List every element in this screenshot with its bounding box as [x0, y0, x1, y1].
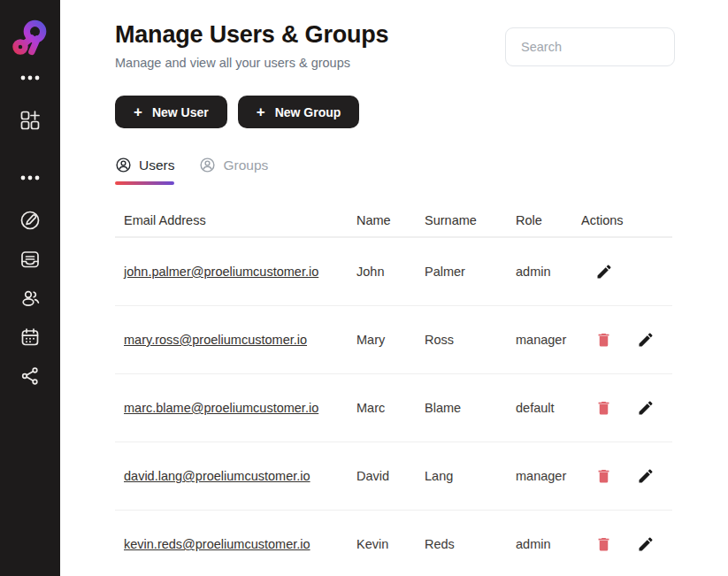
table-header: Email Address Name Surname Role Actions — [115, 204, 672, 238]
new-group-label: New Group — [275, 105, 341, 119]
brand-logo[interactable] — [11, 18, 50, 57]
tabs: Users Groups — [115, 157, 268, 185]
edit-user-button[interactable] — [637, 331, 655, 349]
search-input[interactable] — [505, 27, 675, 66]
plus-icon: + — [257, 104, 265, 119]
tab-users-label: Users — [139, 157, 174, 173]
surname-cell: Palmer — [425, 265, 516, 279]
users-icon[interactable] — [19, 288, 41, 309]
edit-user-button[interactable] — [637, 535, 655, 553]
page-subtitle: Manage and view all your users & groups — [115, 56, 388, 70]
name-cell: Mary — [356, 333, 425, 347]
inbox-icon[interactable] — [19, 249, 41, 270]
pencil-icon — [637, 535, 655, 553]
surname-cell: Lang — [425, 469, 516, 483]
toolbar: + New User + New Group — [115, 96, 359, 128]
menu-dots-icon[interactable] — [20, 175, 40, 180]
page-title: Manage Users & Groups — [115, 21, 388, 49]
header-surname: Surname — [425, 213, 516, 227]
pencil-icon — [637, 399, 655, 417]
role-cell: admin — [516, 537, 581, 551]
main-content: Manage Users & Groups Manage and view al… — [60, 0, 728, 576]
pencil-icon — [637, 331, 655, 349]
trash-icon — [595, 331, 612, 349]
email-link[interactable]: kevin.reds@proeliumcustomer.io — [124, 537, 310, 551]
email-link[interactable]: john.palmer@proeliumcustomer.io — [124, 265, 318, 279]
new-user-label: New User — [152, 105, 209, 119]
name-cell: David — [356, 469, 425, 483]
trash-icon — [595, 399, 612, 417]
pencil-icon — [595, 263, 613, 280]
surname-cell: Ross — [425, 333, 516, 347]
search-box — [505, 27, 675, 66]
add-widget-icon[interactable] — [19, 110, 41, 131]
compose-icon[interactable] — [19, 210, 41, 231]
share-icon[interactable] — [19, 365, 41, 387]
trash-icon — [595, 467, 612, 485]
delete-user-button[interactable] — [595, 331, 612, 349]
user-circle-icon — [115, 157, 132, 173]
role-cell: default — [516, 401, 581, 415]
delete-user-button[interactable] — [595, 535, 612, 553]
surname-cell: Blame — [425, 401, 516, 415]
header-actions: Actions — [581, 213, 672, 227]
calendar-icon[interactable] — [19, 326, 41, 348]
email-link[interactable]: marc.blame@proeliumcustomer.io — [124, 401, 318, 415]
name-cell: Kevin — [356, 537, 425, 551]
tab-groups-label: Groups — [223, 157, 268, 173]
edit-user-button[interactable] — [637, 467, 655, 485]
table-row: david.lang@proeliumcustomer.io David Lan… — [115, 442, 672, 511]
trash-icon — [595, 535, 612, 553]
tab-users[interactable]: Users — [115, 157, 174, 185]
table-row: marc.blame@proeliumcustomer.io Marc Blam… — [115, 374, 672, 442]
new-group-button[interactable]: + New Group — [238, 96, 360, 128]
email-link[interactable]: mary.ross@proeliumcustomer.io — [124, 333, 307, 347]
header-email: Email Address — [115, 213, 356, 227]
menu-dots-icon[interactable] — [20, 75, 40, 81]
pencil-icon — [637, 467, 655, 485]
tab-groups[interactable]: Groups — [199, 157, 268, 185]
table-row: kevin.reds@proeliumcustomer.io Kevin Red… — [115, 511, 672, 576]
delete-user-button[interactable] — [595, 399, 612, 417]
name-cell: John — [356, 265, 425, 279]
edit-user-button[interactable] — [595, 263, 613, 280]
email-link[interactable]: david.lang@proeliumcustomer.io — [124, 469, 310, 483]
new-user-button[interactable]: + New User — [115, 96, 227, 128]
name-cell: Marc — [356, 401, 425, 415]
edit-user-button[interactable] — [637, 399, 655, 417]
user-circle-icon — [199, 157, 216, 173]
delete-user-button[interactable] — [595, 467, 612, 485]
table-row: john.palmer@proeliumcustomer.io John Pal… — [115, 238, 672, 306]
role-cell: manager — [516, 469, 581, 483]
sidebar — [0, 0, 60, 576]
role-cell: admin — [516, 265, 581, 279]
plus-icon: + — [134, 104, 142, 119]
header-name: Name — [356, 213, 425, 227]
table-row: mary.ross@proeliumcustomer.io Mary Ross … — [115, 306, 672, 374]
role-cell: manager — [516, 333, 581, 347]
header-role: Role — [516, 213, 581, 227]
surname-cell: Reds — [425, 537, 516, 551]
users-table: Email Address Name Surname Role Actions … — [115, 204, 672, 576]
